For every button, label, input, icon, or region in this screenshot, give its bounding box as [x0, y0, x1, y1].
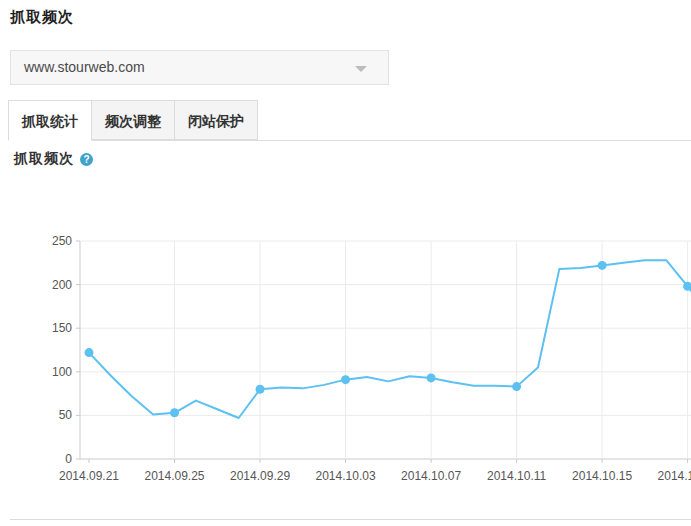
section-header: 抓取频次 ?: [14, 150, 93, 168]
crawl-frequency-line-chart: 0501001502002502014.09.212014.09.252014.…: [0, 220, 691, 500]
svg-text:2014.10.11: 2014.10.11: [487, 469, 546, 483]
svg-text:2014.09.21: 2014.09.21: [59, 469, 119, 483]
tab-label: 闭站保护: [188, 113, 244, 129]
help-icon[interactable]: ?: [80, 153, 93, 166]
svg-text:150: 150: [52, 321, 72, 335]
site-selector-value: www.stourweb.com: [24, 59, 145, 75]
svg-text:2014.10.07: 2014.10.07: [401, 469, 461, 483]
tab-site-closure-protection[interactable]: 闭站保护: [174, 100, 258, 140]
svg-text:2014.09.25: 2014.09.25: [144, 469, 204, 483]
svg-text:2014.10.15: 2014.10.15: [572, 469, 632, 483]
tab-label: 抓取统计: [22, 113, 78, 129]
page-title: 抓取频次: [10, 8, 74, 27]
divider: [10, 519, 691, 520]
tab-bar: 抓取统计 频次调整 闭站保护: [8, 100, 691, 141]
svg-text:200: 200: [52, 278, 72, 292]
svg-text:2014.09.29: 2014.09.29: [230, 469, 290, 483]
site-selector-dropdown[interactable]: www.stourweb.com: [10, 50, 389, 85]
tab-label: 频次调整: [105, 113, 161, 129]
chevron-down-icon: [355, 66, 367, 72]
svg-text:250: 250: [52, 234, 72, 248]
svg-text:2014.10.03: 2014.10.03: [316, 469, 376, 483]
section-title: 抓取频次: [14, 150, 74, 168]
svg-text:50: 50: [59, 408, 73, 422]
svg-text:2014.10.19: 2014.10.19: [658, 469, 691, 483]
svg-text:0: 0: [65, 452, 72, 466]
tab-frequency-adjust[interactable]: 频次调整: [91, 100, 175, 140]
tab-crawl-stats[interactable]: 抓取统计: [8, 100, 92, 141]
crawl-frequency-page: 抓取频次 www.stourweb.com 抓取统计 频次调整 闭站保护 抓取频…: [0, 0, 691, 526]
svg-text:100: 100: [52, 365, 72, 379]
